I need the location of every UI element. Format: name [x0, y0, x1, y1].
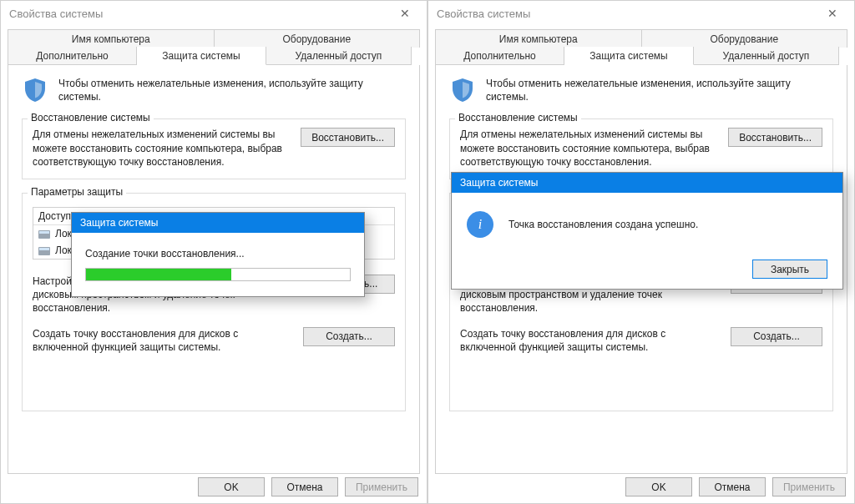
tab-system-protection[interactable]: Защита системы	[137, 47, 266, 65]
restore-legend: Восстановление системы	[455, 112, 581, 123]
intro-text: Чтобы отменить нежелательные изменения, …	[486, 77, 833, 103]
restore-button[interactable]: Восстановить...	[301, 128, 395, 147]
dialog-title: Защита системы	[452, 173, 842, 193]
tab-remote[interactable]: Удаленный доступ	[694, 47, 839, 65]
restore-fieldset: Восстановление системы Для отмены нежела…	[449, 118, 833, 179]
window-title: Свойства системы	[433, 8, 816, 20]
shield-icon	[449, 77, 476, 103]
close-icon[interactable]: ✕	[816, 7, 849, 20]
cancel-button[interactable]: Отмена	[699, 477, 766, 496]
tab-advanced[interactable]: Дополнительно	[8, 47, 137, 65]
disk-icon	[38, 230, 50, 239]
apply-button: Применить	[345, 477, 418, 496]
params-legend: Параметры защиты	[28, 186, 126, 198]
titlebar: Свойства системы ✕	[1, 1, 427, 26]
info-icon: i	[467, 211, 493, 238]
tab-hardware[interactable]: Оборудование	[642, 29, 848, 48]
intro-text: Чтобы отменить нежелательные изменения, …	[58, 77, 406, 103]
progress-text: Создание точки восстановления...	[85, 248, 351, 260]
disk-icon	[38, 247, 50, 255]
tab-remote[interactable]: Удаленный доступ	[266, 47, 412, 65]
tab-computer-name[interactable]: Имя компьютера	[8, 29, 215, 48]
tab-advanced[interactable]: Дополнительно	[435, 47, 564, 65]
tab-computer-name[interactable]: Имя компьютера	[435, 29, 642, 48]
create-text: Создать точку восстановления для дисков …	[460, 327, 722, 354]
titlebar: Свойства системы ✕	[428, 1, 854, 26]
window-title: Свойства системы	[6, 8, 388, 20]
restore-button[interactable]: Восстановить...	[728, 128, 822, 147]
restore-fieldset: Восстановление системы Для отмены нежела…	[22, 118, 406, 179]
create-button[interactable]: Создать...	[731, 327, 822, 346]
dialog-title: Защита системы	[72, 213, 364, 233]
info-dialog: Защита системы i Точка восстановления со…	[451, 172, 843, 290]
tab-system-protection[interactable]: Защита системы	[564, 47, 694, 65]
restore-legend: Восстановление системы	[28, 112, 154, 123]
apply-button: Применить	[772, 477, 846, 496]
ok-button[interactable]: OK	[625, 477, 692, 496]
restore-text: Для отмены нежелательных изменений систе…	[33, 128, 292, 169]
create-button[interactable]: Создать...	[303, 327, 395, 346]
progress-bar	[85, 268, 351, 281]
close-icon[interactable]: ✕	[388, 7, 422, 20]
create-text: Создать точку восстановления для дисков …	[33, 327, 295, 354]
progress-dialog: Защита системы Создание точки восстановл…	[71, 212, 365, 297]
cancel-button[interactable]: Отмена	[271, 477, 338, 496]
shield-icon	[22, 77, 48, 103]
tab-hardware[interactable]: Оборудование	[215, 29, 421, 48]
close-button[interactable]: Закрыть	[752, 260, 827, 279]
restore-text: Для отмены нежелательных изменений систе…	[460, 128, 720, 169]
info-text: Точка восстановления создана успешно.	[508, 219, 698, 230]
ok-button[interactable]: OK	[198, 477, 265, 496]
